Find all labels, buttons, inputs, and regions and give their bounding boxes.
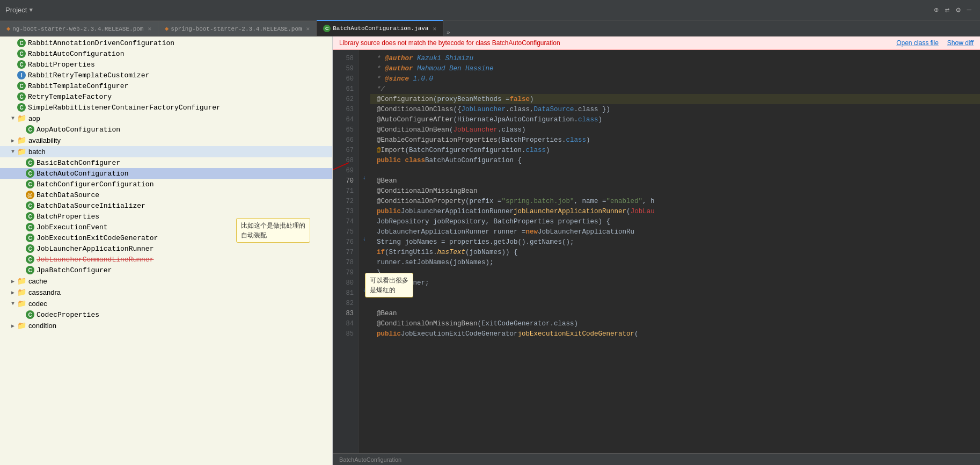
tree-item-CodecProp[interactable]: C CodecProperties bbox=[0, 309, 332, 320]
job-exec-event-label: JobExecutionEvent bbox=[36, 223, 108, 231]
batch-ds-icon: @ bbox=[26, 191, 34, 199]
ln-77: 77 bbox=[333, 247, 358, 257]
tree-item-RabbitAuto[interactable]: C RabbitAutoConfiguration bbox=[0, 48, 332, 59]
tree-item-BatchConfigurer[interactable]: C BatchConfigurerConfiguration bbox=[0, 179, 332, 190]
open-class-file-link[interactable]: Open class file bbox=[896, 39, 939, 47]
batch-dsinit-label: BatchDataSourceInitializer bbox=[36, 202, 145, 210]
gutter-icon-83: ↓ bbox=[359, 285, 370, 295]
aop-folder-icon: 📁 bbox=[17, 114, 26, 123]
gutter-icon-77: ↓ bbox=[359, 234, 370, 244]
tree-item-RabbitProp[interactable]: C RabbitProperties bbox=[0, 59, 332, 70]
tab-pom2[interactable]: ◆ spring-boot-starter-2.3.4.RELEASE.pom … bbox=[158, 21, 317, 36]
tab1-close[interactable]: ✕ bbox=[148, 25, 151, 32]
aop-folder-label: aop bbox=[28, 114, 40, 122]
gutter-icon-70: ↓ bbox=[359, 172, 370, 183]
basic-batch-icon: C bbox=[26, 158, 34, 167]
tree-item-BatchDSInit[interactable]: C BatchDataSourceInitializer bbox=[0, 200, 332, 211]
tree-item-cassandra-folder[interactable]: ▶ 📁 cassandra bbox=[0, 287, 332, 298]
code-line-62: @Configuration(proxyBeanMethods = false) bbox=[370, 94, 980, 104]
code-line-77: if (StringUtils.hasText(jobNames)) { bbox=[370, 247, 980, 257]
tree-item-codec-folder[interactable]: ▼ 📁 codec bbox=[0, 298, 332, 309]
rabbit-retry-icon: I bbox=[17, 71, 26, 79]
ln-74: 74 bbox=[333, 216, 358, 227]
globe-icon[interactable]: ⊕ bbox=[934, 5, 938, 14]
code-line-67: @Import(BatchConfigurerConfiguration.cla… bbox=[370, 145, 980, 155]
code-line-64: @AutoConfigureAfter(HibernateJpaAutoConf… bbox=[370, 114, 980, 125]
ln-72: 72 bbox=[333, 196, 358, 206]
job-launcher-app-label: JobLauncherApplicationRunner bbox=[36, 245, 153, 253]
job-exec-exit-icon: C bbox=[26, 234, 34, 242]
code-line-79: } bbox=[370, 267, 980, 278]
tree-item-BatchProp[interactable]: C BatchProperties bbox=[0, 211, 332, 222]
show-diff-link[interactable]: Show diff bbox=[947, 39, 974, 47]
code-line-74: JobRepository jobRepository, BatchProper… bbox=[370, 216, 980, 227]
tree-item-BasicBatch[interactable]: C BasicBatchConfigurer bbox=[0, 157, 332, 168]
batch-auto-icon: C bbox=[26, 169, 34, 178]
tree-item-JobExecExit[interactable]: C JobExecutionExitCodeGenerator bbox=[0, 233, 332, 243]
code-area: 58 59 60 61 62 63 64 65 66 67 68 69 70 7… bbox=[333, 50, 980, 453]
ln-79: 79 bbox=[333, 267, 358, 278]
rabbit-retry-label: RabbitRetryTemplateCustomizer bbox=[28, 71, 149, 79]
ln-85: 85 bbox=[333, 329, 358, 339]
swap-icon[interactable]: ⇄ bbox=[945, 5, 949, 14]
settings-icon[interactable]: ⚙ bbox=[956, 5, 960, 14]
tree-item-RabbitTemplate[interactable]: C RabbitTemplateConfigurer bbox=[0, 81, 332, 91]
rabbit-auto-label: RabbitAutoConfiguration bbox=[28, 50, 124, 58]
rabbit-prop-label: RabbitProperties bbox=[28, 61, 95, 69]
tree-item-JpaBatch[interactable]: C JpaBatchConfigurer bbox=[0, 265, 332, 275]
tree-item-RetryTemplate[interactable]: C RetryTemplateFactory bbox=[0, 91, 332, 102]
warning-actions: Open class file Show diff bbox=[896, 39, 974, 47]
ln-61: 61 bbox=[333, 84, 358, 94]
tree-item-condition-folder[interactable]: ▶ 📁 condition bbox=[0, 320, 332, 331]
cassandra-arrow: ▶ bbox=[9, 289, 17, 296]
tree-item-BatchDataSource[interactable]: @ BatchDataSource bbox=[0, 190, 332, 200]
rabbit-auto-icon: C bbox=[17, 49, 26, 58]
batch-folder-icon: 📁 bbox=[17, 147, 26, 156]
tab2-close[interactable]: ✕ bbox=[306, 25, 310, 32]
code-lines: * @author Kazuki Shimizu * @author Mahmo… bbox=[370, 50, 980, 453]
code-line-72: @ConditionalOnProperty(prefix = "spring.… bbox=[370, 196, 980, 206]
code-line-73: public JobLauncherApplicationRunner jobL… bbox=[370, 206, 980, 216]
warning-bar: Library source does not match the byteco… bbox=[333, 37, 980, 50]
tab3-close[interactable]: ✕ bbox=[433, 25, 436, 32]
code-line-60: * @since 1.0.0 bbox=[370, 74, 980, 84]
tree-item-RabbitAnnotation[interactable]: C RabbitAnnotationDrivenConfiguration bbox=[0, 38, 332, 48]
tree-item-SimpleRabbit[interactable]: C SimpleRabbitListenerContainerFactoryCo… bbox=[0, 102, 332, 113]
dropdown-icon[interactable]: ▼ bbox=[29, 7, 33, 13]
tabs-bar: ◆ ng-boot-starter-web-2.3.4.RELEASE.pom … bbox=[0, 20, 980, 37]
tree-item-batch-folder[interactable]: ▼ 📁 batch bbox=[0, 146, 332, 157]
rabbit-template-label: RabbitTemplateConfigurer bbox=[28, 82, 128, 90]
code-line-78: runner.setJobNames(jobNames); bbox=[370, 257, 980, 267]
ln-69: 69 bbox=[333, 165, 358, 176]
ln-62: 62 bbox=[333, 94, 358, 104]
tab-pom1[interactable]: ◆ ng-boot-starter-web-2.3.4.RELEASE.pom … bbox=[0, 21, 158, 36]
tree-item-BatchAuto[interactable]: C BatchAutoConfiguration bbox=[0, 168, 332, 179]
job-launcher-cmd-icon: C bbox=[26, 255, 34, 264]
tree-item-JobLauncherCmd[interactable]: C JobLauncherCommandLineRunner bbox=[0, 254, 332, 265]
condition-folder-icon: 📁 bbox=[17, 321, 26, 330]
code-line-70: @Bean bbox=[370, 176, 980, 186]
cassandra-folder-label: cassandra bbox=[28, 288, 61, 296]
tree-item-availability-folder[interactable]: ▶ 📁 availability bbox=[0, 135, 332, 146]
batch-dsinit-icon: C bbox=[26, 201, 34, 210]
code-line-82 bbox=[370, 298, 980, 308]
tree-item-RabbitRetry[interactable]: I RabbitRetryTemplateCustomizer bbox=[0, 70, 332, 81]
minimize-icon[interactable]: ─ bbox=[967, 6, 971, 14]
code-line-76: String jobNames = properties.getJob().ge… bbox=[370, 237, 980, 247]
ln-68: 68 bbox=[333, 155, 358, 165]
cache-folder-icon: 📁 bbox=[17, 277, 26, 286]
tree-item-cache-folder[interactable]: ▶ 📁 cache bbox=[0, 275, 332, 287]
tree-item-JobLauncherApp[interactable]: C JobLauncherApplicationRunner bbox=[0, 243, 332, 254]
code-line-68: public class BatchAutoConfiguration { bbox=[370, 155, 980, 165]
bottom-bar: BatchAutoConfiguration bbox=[333, 453, 980, 465]
tab-expand[interactable]: » bbox=[443, 30, 454, 36]
tree-item-aop-folder[interactable]: ▼ 📁 aop bbox=[0, 113, 332, 124]
simple-rabbit-label: SimpleRabbitListenerContainerFactoryConf… bbox=[28, 104, 221, 112]
tree-item-JobExecEvent[interactable]: C JobExecutionEvent bbox=[0, 222, 332, 233]
tree-item-AopAuto[interactable]: C AopAutoConfiguration bbox=[0, 124, 332, 135]
tab-java[interactable]: C BatchAutoConfiguration.java ✕ bbox=[317, 20, 443, 36]
ln-67: 67 bbox=[333, 145, 358, 155]
code-line-81: } bbox=[370, 288, 980, 298]
rabbit-prop-icon: C bbox=[17, 60, 26, 69]
tree-container: C RabbitAnnotationDrivenConfiguration C … bbox=[0, 37, 332, 332]
